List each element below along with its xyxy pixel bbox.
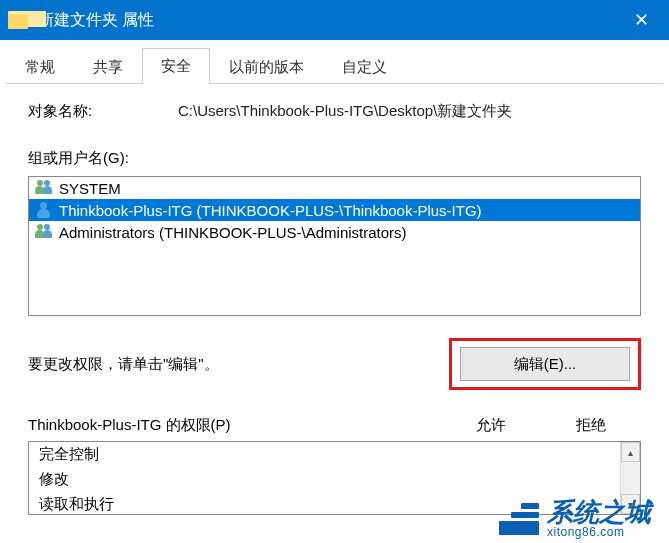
list-item-label: SYSTEM [59, 180, 121, 197]
list-item-label: Administrators (THINKBOOK-PLUS-\Administ… [59, 224, 407, 241]
object-name-label: 对象名称: [28, 102, 178, 121]
permission-row: 读取和执行 [29, 492, 640, 515]
permission-name: 完全控制 [39, 445, 630, 464]
edit-button[interactable]: 编辑(E)... [460, 347, 630, 381]
list-item[interactable]: SYSTEM [29, 177, 640, 199]
edit-button-highlight: 编辑(E)... [449, 338, 641, 390]
window-title: 新建文件夹 属性 [38, 10, 614, 31]
list-item[interactable]: Thinkbook-Plus-ITG (THINKBOOK-PLUS-\Thin… [29, 199, 640, 221]
folder-icon [8, 11, 28, 29]
permissions-header: Thinkbook-Plus-ITG 的权限(P) 允许 拒绝 [28, 416, 641, 435]
edit-hint: 要更改权限，请单击"编辑"。 [28, 355, 219, 374]
permissions-label: Thinkbook-Plus-ITG 的权限(P) [28, 416, 441, 435]
titlebar: 新建文件夹 属性 ✕ [0, 0, 669, 40]
tab-strip: 常规 共享 安全 以前的版本 自定义 [6, 46, 663, 84]
scroll-down-button[interactable]: ▾ [621, 494, 640, 514]
tab-customize[interactable]: 自定义 [323, 49, 406, 84]
scroll-up-button[interactable]: ▴ [621, 442, 640, 462]
object-name-row: 对象名称: C:\Users\Thinkbook-Plus-ITG\Deskto… [28, 102, 641, 121]
permissions-listbox[interactable]: 完全控制 修改 读取和执行 ▴ ▾ [28, 441, 641, 515]
groups-label: 组或用户名(G): [28, 149, 641, 168]
tab-general[interactable]: 常规 [6, 49, 74, 84]
security-pane: 对象名称: C:\Users\Thinkbook-Plus-ITG\Deskto… [0, 84, 669, 515]
principals-listbox[interactable]: SYSTEM Thinkbook-Plus-ITG (THINKBOOK-PLU… [28, 176, 641, 316]
tab-sharing[interactable]: 共享 [74, 49, 142, 84]
group-icon [35, 179, 53, 197]
list-item-label: Thinkbook-Plus-ITG (THINKBOOK-PLUS-\Thin… [59, 202, 482, 219]
object-name-value: C:\Users\Thinkbook-Plus-ITG\Desktop\新建文件… [178, 102, 512, 121]
permission-name: 读取和执行 [39, 495, 630, 514]
permission-row: 完全控制 [29, 442, 640, 467]
edit-row: 要更改权限，请单击"编辑"。 编辑(E)... [28, 338, 641, 390]
tab-security[interactable]: 安全 [142, 48, 210, 84]
scrollbar[interactable]: ▴ ▾ [620, 442, 640, 514]
dialog-content: 常规 共享 安全 以前的版本 自定义 对象名称: C:\Users\Thinkb… [0, 46, 669, 515]
close-icon: ✕ [634, 9, 649, 31]
permission-row: 修改 [29, 467, 640, 492]
permission-name: 修改 [39, 470, 630, 489]
column-deny: 拒绝 [541, 416, 641, 435]
user-icon [35, 201, 53, 219]
watermark-text-en: xitong86.com [547, 525, 651, 539]
close-button[interactable]: ✕ [614, 0, 669, 40]
tab-previous-versions[interactable]: 以前的版本 [210, 49, 323, 84]
list-item[interactable]: Administrators (THINKBOOK-PLUS-\Administ… [29, 221, 640, 243]
group-icon [35, 223, 53, 241]
column-allow: 允许 [441, 416, 541, 435]
